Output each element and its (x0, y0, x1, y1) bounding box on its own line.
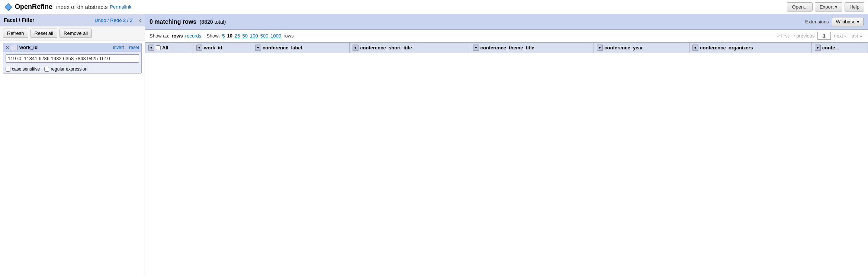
col-conference-organizers: ▾ conference_organizers (689, 43, 811, 53)
col-work-id: ▾ work_id (193, 43, 252, 53)
table-head: ▾ All ▾ work_id (145, 43, 868, 53)
col-all: ▾ All (145, 43, 193, 53)
facet-minimize-icon[interactable]: — (11, 45, 18, 50)
show-as-label: Show as: (150, 33, 169, 39)
facet-close-icon[interactable]: ✕ (6, 45, 9, 50)
col-conference-label: ▾ conference_label (252, 43, 350, 53)
undo-redo-link[interactable]: Undo / Redo 2 / 2 (91, 14, 135, 26)
view-records-link[interactable]: records (185, 33, 201, 39)
extensions-label: Extensions (805, 19, 829, 25)
work-id-col-dropdown[interactable]: ▾ (196, 45, 202, 51)
conference-theme-title-col-label: conference_theme_title (480, 45, 534, 50)
table-area: ▾ All ▾ work_id (145, 42, 868, 275)
facet-input-area (3, 52, 141, 65)
facet-title-bar: ✕ — work_id invert reset (3, 43, 141, 52)
reset-all-button[interactable]: Reset all (30, 29, 58, 38)
conference-short-title-col-label: conference_short_title (360, 45, 412, 50)
app-header: OpenRefine index of dh abstracts Permali… (0, 0, 868, 14)
facet-panel: ✕ — work_id invert reset case sensitive (0, 40, 145, 275)
sidebar-header: Facet / Filter Undo / Redo 2 / 2 ‹ (0, 14, 145, 26)
conference-short-title-col-dropdown[interactable]: ▾ (353, 45, 359, 51)
case-sensitive-label[interactable]: case sensitive (6, 66, 40, 72)
col-confe-extra: ▾ confe... (811, 43, 868, 53)
col-conference-short-title: ▾ conference_short_title (350, 43, 470, 53)
data-table: ▾ All ▾ work_id (145, 42, 868, 53)
refresh-button[interactable]: Refresh (3, 29, 28, 38)
collapse-sidebar-button[interactable]: ‹ (135, 14, 145, 26)
regular-expression-label[interactable]: regular expression (44, 66, 87, 72)
table-header-row: ▾ All ▾ work_id (145, 43, 868, 53)
all-col-label: All (162, 45, 168, 50)
confe-extra-col-label: confe... (822, 45, 839, 50)
app-name: OpenRefine (15, 3, 52, 11)
sidebar-toolbar: Refresh Reset all Remove all (0, 26, 145, 40)
show-10[interactable]: 10 (227, 33, 232, 39)
open-button[interactable]: Open... (787, 2, 813, 12)
app-logo: OpenRefine (4, 3, 52, 12)
col-conference-year: ▾ conference_year (594, 43, 689, 53)
conference-organizers-col-dropdown[interactable]: ▾ (692, 45, 698, 51)
show-5[interactable]: 5 (222, 33, 225, 39)
show-50[interactable]: 50 (242, 33, 248, 39)
pagination: « first ‹ previous next › last » (776, 32, 864, 40)
conference-label-col-label: conference_label (263, 45, 302, 50)
diamond-icon (4, 3, 13, 12)
svg-marker-1 (5, 4, 11, 10)
facet-work-id: ✕ — work_id invert reset case sensitive (3, 43, 142, 74)
facet-invert-link[interactable]: invert (113, 45, 124, 50)
regular-expression-checkbox[interactable] (44, 67, 49, 72)
content-header: 0 matching rows (8820 total) Extensions … (145, 14, 868, 30)
wikibase-button[interactable]: Wikibase (832, 17, 864, 26)
facet-options: case sensitive regular expression (3, 65, 141, 73)
main-layout: Facet / Filter Undo / Redo 2 / 2 ‹ Refre… (0, 14, 868, 275)
facet-name-label: work_id (19, 45, 112, 50)
first-page-link[interactable]: « first (776, 32, 791, 39)
conference-theme-title-col-dropdown[interactable]: ▾ (473, 45, 479, 51)
header-actions: Open... Export Help (787, 2, 864, 12)
view-rows-link[interactable]: rows (171, 33, 183, 39)
confe-extra-col-dropdown[interactable]: ▾ (815, 45, 821, 51)
matching-rows-title: 0 matching rows (8820 total) (150, 19, 805, 25)
total-label: (8820 total) (200, 19, 226, 25)
facet-filter-label: Facet / Filter (0, 14, 91, 26)
next-page-link[interactable]: next › (832, 32, 848, 39)
select-all-checkbox[interactable] (156, 45, 161, 50)
conference-year-col-label: conference_year (604, 45, 643, 50)
all-col-dropdown[interactable]: ▾ (148, 45, 154, 51)
remove-all-button[interactable]: Remove all (60, 29, 92, 38)
work-id-col-label: work_id (204, 45, 222, 50)
conference-organizers-col-label: conference_organizers (700, 45, 753, 50)
col-conference-theme-title: ▾ conference_theme_title (470, 43, 594, 53)
matching-rows-count: 0 matching rows (150, 19, 196, 25)
help-button[interactable]: Help (845, 2, 864, 12)
show-bar: Show as: rows records Show: 5 10 25 50 1… (145, 30, 868, 42)
project-title: index of dh abstracts (56, 4, 107, 10)
last-page-link[interactable]: last » (849, 32, 864, 39)
rows-label: rows (283, 33, 293, 39)
show-1000[interactable]: 1000 (270, 33, 281, 39)
show-500[interactable]: 500 (260, 33, 269, 39)
conference-label-col-dropdown[interactable]: ▾ (255, 45, 261, 51)
previous-page-link[interactable]: ‹ previous (792, 32, 816, 39)
page-number-input[interactable] (817, 32, 831, 40)
facet-reset-link[interactable]: reset (129, 45, 139, 50)
show-100[interactable]: 100 (250, 33, 258, 39)
content-area: 0 matching rows (8820 total) Extensions … (145, 14, 868, 275)
case-sensitive-checkbox[interactable] (6, 67, 10, 72)
permalink-link[interactable]: Permalink (110, 4, 131, 10)
sidebar: Facet / Filter Undo / Redo 2 / 2 ‹ Refre… (0, 14, 145, 275)
export-button[interactable]: Export (815, 2, 842, 12)
extensions-area: Extensions Wikibase (805, 17, 864, 26)
facet-text-input[interactable] (6, 54, 139, 63)
conference-year-col-dropdown[interactable]: ▾ (597, 45, 603, 51)
show-count-label: Show: (206, 33, 220, 39)
show-25[interactable]: 25 (235, 33, 240, 39)
